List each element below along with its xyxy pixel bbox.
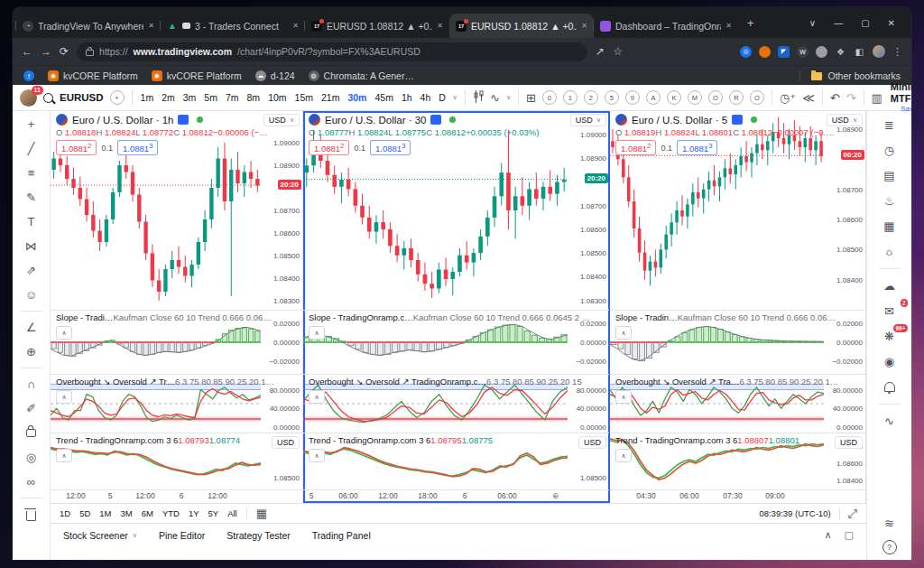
go-to-date-icon[interactable]: ▦ [256,507,267,520]
private-chat-icon[interactable]: ✉2 [880,303,900,320]
browser-tab[interactable]: Dashboard – TradingOnramp✕ [594,14,738,38]
link-icon[interactable]: ∞ [20,473,43,490]
undo-icon[interactable]: ↶ [830,91,840,105]
indicator-title[interactable]: Overbought ↘ Oversold ↗ Tr… [56,377,175,386]
calendar-icon[interactable]: ▦ [880,218,900,235]
extension-dark-icon[interactable]: W [797,46,808,58]
browser-menu-icon[interactable]: ⋮ [892,46,902,58]
range-all[interactable]: All [227,508,237,518]
timeframe-1h[interactable]: 1h [401,92,413,103]
extension-circle-icon[interactable]: ◎ [740,46,752,58]
time-axis[interactable]: 12:00512:00612:00 [51,489,302,503]
zoom-in-icon[interactable]: ⊕ [20,343,43,360]
clock-timezone[interactable]: 08:39:39 (UTC-10) [759,508,830,518]
notifications-icon[interactable] [880,378,900,396]
redo-icon[interactable]: ↷ [846,91,856,105]
lock-all-icon[interactable] [20,424,43,442]
new-tab-button[interactable]: + [738,16,763,30]
tab-close-icon[interactable]: ✕ [437,22,443,30]
maximize-panel-icon[interactable]: ▢ [845,529,854,541]
timeframe-15m[interactable]: 15m [294,92,314,103]
main-price-pane[interactable]: 00:201.089001.087001.086001.085001.08400… [610,111,865,310]
indicator-title[interactable]: Trend - TradingOnramp.com 3 6 [615,435,737,445]
timeframe-5m[interactable]: 5m [203,92,218,103]
save-layout-icon[interactable]: ▥ [872,91,882,105]
fib-retracement-icon[interactable]: ≡ [20,164,43,182]
sell-button[interactable]: 1.08812 [56,140,97,155]
bookmark-item[interactable]: ◉kvCORE Platform [48,70,138,81]
collapse-pane-button[interactable]: ∧ [615,390,632,404]
chat-icon[interactable]: ☁ [880,277,900,294]
brush-icon[interactable]: ✎ [20,189,43,206]
panel-tab-strategy-tester[interactable]: Strategy Tester [226,530,290,541]
buy-button[interactable]: 1.08813 [370,140,411,155]
browser-tab[interactable]: 17EURUSD 1.08812 ▲ +0.25% Algo…✕ [305,14,449,38]
alerts-icon[interactable]: ◷ [880,142,900,159]
collapse-pane-button[interactable]: ∧ [309,449,325,462]
address-bar[interactable]: https://www.tradingview.com/chart/4inpP0… [77,42,587,61]
chart-3[interactable]: 00:201.089001.087001.086001.085001.08400… [610,111,866,503]
slope-indicator-pane[interactable]: 0.020000.00000−0.02000Slope - Tradi…Kauf… [51,310,302,374]
tab-close-icon[interactable]: ✕ [292,22,299,30]
bookmark-item[interactable]: ◉kvCORE Platform [152,70,242,81]
bar-replay-icon[interactable]: ≪ [802,91,815,105]
collapse-pane-button[interactable]: ∧ [309,390,325,404]
collapse-panel-icon[interactable]: ∧ [825,529,832,541]
timeframe-30m[interactable]: 30m [346,92,367,103]
indicator-title[interactable]: Overbought ↘ Oversold ↗ Tra… [615,377,739,386]
xabcd-pattern-icon[interactable]: ⋈ [20,237,43,255]
range-ytd[interactable]: YTD [162,508,180,518]
collapse-pane-button[interactable]: ∧ [56,449,72,462]
collapse-pane-button[interactable]: ∧ [615,449,632,462]
timeframe-7m[interactable]: 7m [225,92,240,103]
ideas-icon[interactable]: ☼ [880,243,900,260]
panel-tab-pine-editor[interactable]: Pine Editor [159,530,205,541]
drawing-mode-icon[interactable]: ✐ [20,400,43,417]
sell-button[interactable]: 1.08812 [615,140,656,155]
overbought-oversold-pane[interactable]: 80.0000040.000000.00000Overbought ↘ Over… [303,374,609,433]
layout-name[interactable]: Minimal MTFSave [891,81,911,114]
slope-indicator-pane[interactable]: 0.020000.00000−0.02000Slope - Tradin…Kau… [610,310,865,374]
object-tree-icon[interactable]: ∿ [880,413,900,430]
candle-style-icon[interactable] [473,90,484,106]
indicator-title[interactable]: Slope - TradingOnramp.c… [309,312,413,322]
trend-line-icon[interactable]: ╱ [20,140,43,157]
crosshair-icon[interactable]: + [20,116,43,133]
sync-group-1[interactable]: 1 [563,90,578,105]
maximize-button[interactable]: ▢ [861,18,869,28]
sidebar-panel-icon[interactable]: ◧ [854,46,865,58]
sync-group-O[interactable]: O [750,90,764,105]
buy-button[interactable]: 1.08813 [117,140,158,155]
puzzle-icon[interactable]: ❖ [835,46,846,58]
timeframe-21m[interactable]: 21m [320,92,340,103]
timeframe-10m[interactable]: 10m [267,92,287,103]
go-to-realtime-icon[interactable]: ⊕ [552,491,559,500]
currency-selector[interactable]: USD∨ [263,114,300,126]
currency-selector[interactable]: USD∨ [827,114,863,126]
sync-group-O[interactable]: O [708,90,723,105]
layers-icon[interactable]: ≋ [880,515,900,532]
text-icon[interactable]: T [20,213,43,230]
indicator-title[interactable]: Trend - TradingOnramp.com 3 6 [56,435,178,445]
extension-gray-icon[interactable] [816,46,827,58]
watchlist-icon[interactable]: ≣ [880,116,900,134]
collapse-pane-button[interactable]: ∧ [615,326,632,340]
indicator-title[interactable]: Slope - Tradi… [56,312,113,322]
main-price-pane[interactable]: 20:201.091001.090001.089001.087001.08600… [51,111,302,310]
browser-tab[interactable]: ▲3 - Traders Connect✕ [161,14,305,38]
sell-button[interactable]: 1.08812 [309,140,349,155]
overbought-oversold-pane[interactable]: 80.0000040.000000.00000Overbought ↘ Over… [51,374,302,433]
buy-button[interactable]: 1.08813 [677,140,717,155]
range-1d[interactable]: 1D [60,508,70,518]
time-axis[interactable]: 506:0012:0018:00606:00⊕ [303,489,609,503]
sync-group-0[interactable]: 0 [542,90,557,105]
help-icon[interactable]: ? [882,540,897,554]
bookmark-star-icon[interactable]: ☆ [613,45,623,58]
timeframe-D[interactable]: D [438,92,447,103]
share-icon[interactable]: ↗ [596,45,605,58]
bookmark-item[interactable]: ◍Chromata: A Gener… [309,70,414,81]
range-1m[interactable]: 1M [99,508,111,518]
range-5d[interactable]: 5D [79,508,90,518]
tab-close-icon[interactable]: ✕ [581,22,587,30]
adjust-scale-icon[interactable]: ⤢ [848,507,857,521]
